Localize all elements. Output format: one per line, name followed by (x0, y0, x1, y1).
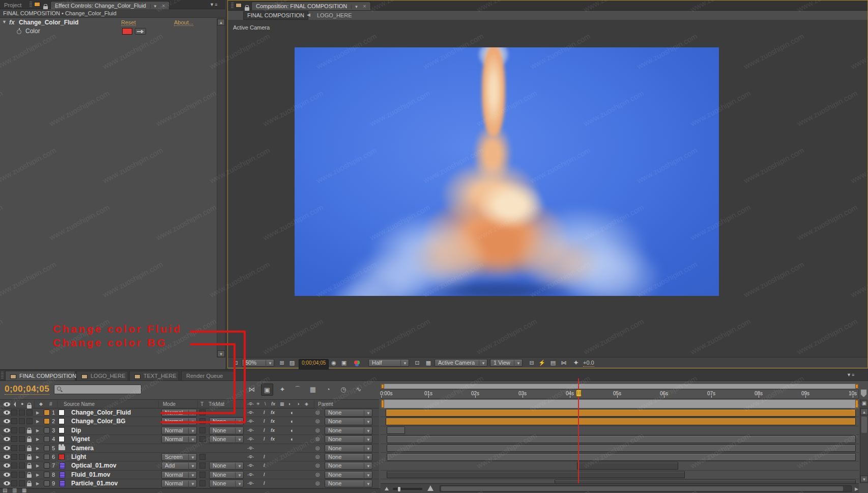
layer-duration-bar[interactable] (386, 409, 856, 417)
t-column-label[interactable]: T (200, 401, 204, 407)
resolution-select[interactable]: Half▼ (368, 359, 409, 367)
comp-timecode[interactable]: 0;00;04;05 (299, 359, 329, 370)
eye-icon[interactable] (4, 473, 10, 477)
tab-project[interactable]: Project (0, 1, 25, 10)
solo-toggle[interactable] (19, 472, 25, 478)
work-area-bar[interactable] (381, 399, 859, 408)
shy-icon[interactable]: -Φ- (247, 410, 254, 415)
parent-pickwhip-icon[interactable]: ◎ (315, 436, 320, 442)
panel-drag-handle[interactable] (231, 3, 234, 9)
quality-icon[interactable]: / (264, 463, 265, 468)
comp-mini-flowchart-button[interactable]: ⋈ (246, 384, 258, 396)
color-slider-icon[interactable] (135, 28, 146, 35)
parent-column-label[interactable]: Parent (318, 401, 333, 407)
label-chip[interactable] (44, 454, 50, 460)
trkmat-select[interactable]: None▼ (209, 462, 244, 470)
h-scrollbar-thumb[interactable] (441, 486, 843, 491)
audio-toggle[interactable] (11, 454, 17, 460)
lock-icon[interactable] (27, 439, 32, 442)
fx-icon[interactable]: fx (271, 436, 275, 442)
expand-switches-icon[interactable]: ▤ (3, 487, 7, 493)
layer-duration-bar[interactable] (386, 418, 856, 425)
lock-icon[interactable] (27, 448, 32, 451)
h-scroll-right-icon[interactable]: ▶ (855, 486, 858, 491)
audio-toggle[interactable] (11, 462, 17, 469)
effect-panel-scrollbar[interactable]: ▲ ▼ (217, 18, 225, 358)
layer-track[interactable] (381, 435, 859, 444)
auto-keyframe-button[interactable]: ◷ (337, 384, 350, 396)
parent-select[interactable]: None▼ (325, 409, 372, 417)
parent-select[interactable]: None▼ (325, 462, 372, 470)
eye-icon[interactable] (4, 463, 10, 468)
roi-button[interactable]: ⊡ (413, 358, 422, 369)
tab-dropdown-icon[interactable]: ▼ (351, 5, 358, 9)
tab-dropdown-icon[interactable]: ▼ (150, 4, 157, 9)
refresh-view-icon[interactable]: ⚡ (537, 358, 546, 369)
parent-select[interactable]: None▼ (325, 480, 372, 487)
layer-row[interactable]: ▶3DipNormal▼None▼-Φ-/fx◐◎None▼ (0, 426, 379, 435)
solo-toggle[interactable] (19, 436, 25, 442)
layer-expand-icon[interactable]: ▶ (36, 455, 39, 459)
shy-icon[interactable]: -Φ- (247, 454, 254, 459)
source-column-label[interactable]: Source Name (64, 401, 95, 407)
layer-row[interactable]: ▶4VignetNormal▼None▼-Φ-/fx◐◎None▼ (0, 435, 379, 444)
h-scrollbar[interactable]: ▶ (440, 485, 852, 492)
lock-toggle[interactable] (26, 409, 33, 416)
layer-row[interactable]: ▶7Optical_01.movAdd▼None▼-Φ-/◎None▼ (0, 461, 379, 470)
label-chip[interactable] (44, 472, 50, 478)
trkmat-column-label[interactable]: TrkMat (209, 401, 224, 407)
layer-duration-bar[interactable] (387, 453, 856, 461)
mode-column-label[interactable]: Mode (163, 401, 176, 407)
fx-icon[interactable]: fx (271, 419, 275, 424)
work-area-start-handle[interactable] (381, 384, 384, 389)
layer-name[interactable]: Vignet (71, 435, 90, 443)
t-toggle[interactable] (199, 472, 206, 478)
label-chip[interactable] (44, 418, 50, 424)
layer-name[interactable]: Change_Color_BG (71, 418, 126, 425)
flowchart-button[interactable]: ⋈ (559, 358, 568, 369)
solo-toggle[interactable] (19, 418, 25, 424)
audio-toggle[interactable] (11, 436, 17, 442)
t-toggle[interactable] (199, 436, 206, 442)
lock-toggle[interactable] (26, 418, 33, 424)
layer-name[interactable]: Light (71, 453, 86, 460)
zoom-select[interactable]: 50%▼ (242, 359, 274, 367)
audio-toggle[interactable] (11, 409, 17, 416)
quality-icon[interactable]: / (264, 481, 265, 486)
layer-duration-bar[interactable] (387, 435, 856, 443)
mode-select[interactable]: Normal▼ (161, 471, 197, 479)
motion-blur-icon[interactable]: ◐ (291, 427, 294, 433)
zoom-out-icon[interactable] (385, 487, 389, 490)
v-scrollbar[interactable]: ▣ ▲ ▼ (860, 399, 868, 483)
parent-pickwhip-icon[interactable]: ◎ (315, 462, 320, 468)
comp-nav-other[interactable]: LOGO_HERE (317, 12, 352, 18)
tab-composition[interactable]: Composition: FINAL COMPOSITION ▼ × (251, 2, 371, 10)
v-scrollbar-thumb[interactable] (861, 417, 867, 433)
eye-icon[interactable] (4, 410, 10, 415)
tab-close-icon[interactable]: × (162, 3, 165, 9)
layer-row[interactable]: ▶5Camera-Φ-◎None▼ (0, 444, 379, 453)
layer-track[interactable] (381, 461, 859, 470)
eye-icon[interactable] (4, 428, 10, 432)
camera-select[interactable]: Active Camera▼ (435, 359, 487, 367)
scroll-up-icon[interactable]: ▲ (217, 19, 225, 25)
shy-icon[interactable]: -Φ- (247, 436, 254, 442)
zoom-in-icon[interactable] (427, 485, 433, 491)
tab-close-icon[interactable]: × (363, 3, 366, 9)
effect-reset-link[interactable]: Reset (121, 19, 136, 26)
label-chip[interactable] (44, 427, 50, 433)
current-time-indicator[interactable] (576, 390, 582, 397)
trkmat-select[interactable]: None▼ (209, 480, 244, 487)
layer-track[interactable] (381, 471, 859, 479)
shy-icon[interactable]: -Φ- (247, 472, 254, 477)
eye-icon[interactable] (4, 419, 10, 423)
show-snapshot-icon[interactable]: ▣ (339, 358, 349, 369)
frame-blend-button[interactable]: ▦ (307, 384, 319, 396)
motion-blur-icon[interactable]: ◐ (291, 418, 294, 424)
layer-duration-bar[interactable] (387, 445, 856, 452)
work-area-strip[interactable] (381, 384, 859, 389)
shy-icon[interactable]: -Φ- (247, 446, 254, 451)
effect-about-link[interactable]: About... (174, 19, 193, 26)
layer-row[interactable]: ▶8Fluid_01.movNormal▼None▼-Φ-/◎None▼ (0, 471, 379, 479)
exposure-icon[interactable]: ✦ (571, 358, 581, 369)
